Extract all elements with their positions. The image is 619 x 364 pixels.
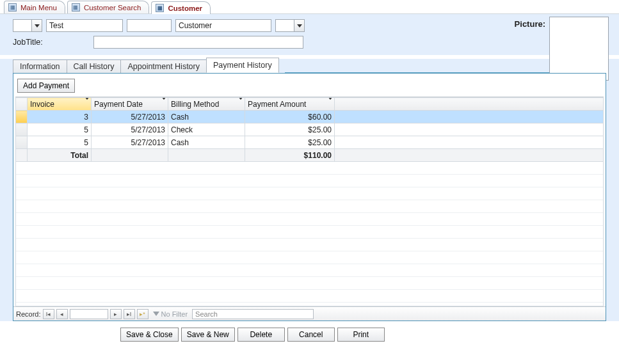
tab-appointment-history[interactable]: Appointment History [120,59,207,73]
search-input[interactable]: Search [192,309,314,319]
tab-label: Call History [74,62,115,71]
table-row[interactable]: 5 5/27/2013 Check $25.00 [16,123,604,136]
last-name-value: Customer [179,21,212,30]
tab-information[interactable]: Information [13,59,67,73]
picture-label: Picture: [515,19,545,29]
nav-next-button[interactable]: ▸ [110,309,122,319]
last-name-field[interactable]: Customer [175,19,271,32]
col-billing-method[interactable]: Billing Method [168,98,245,111]
col-blank [335,98,604,111]
funnel-icon [153,312,159,316]
doc-tab-customer-search[interactable]: ▦ Customer Search [67,1,149,13]
tab-label: Payment History [213,61,272,70]
chevron-down-icon [297,24,302,28]
cancel-button[interactable]: Cancel [287,328,335,342]
row-selector [16,149,28,162]
record-number-box[interactable] [70,309,108,319]
row-selector[interactable] [16,123,28,136]
table-row[interactable]: 5 5/27/2013 Cash $25.00 [16,136,604,149]
save-new-button[interactable]: Save & New [181,328,235,342]
form-action-bar: Save & Close Save & New Delete Cancel Pr… [0,321,619,342]
total-amount: $110.00 [245,149,335,162]
tab-call-history[interactable]: Call History [67,59,122,73]
search-placeholder: Search [195,310,218,318]
payments-datasheet: Invoice Payment Date Billing Method [15,97,604,306]
nav-prev-button[interactable]: ◂ [56,309,68,319]
col-label: Billing Method [171,100,219,109]
record-navigator: Record: I◂ ◂ ▸ ▸I ▸* No Filter Search [13,306,606,320]
col-label: Payment Date [94,100,143,109]
header-row: Invoice Payment Date Billing Method [16,98,604,111]
first-name-value: Test [49,21,63,30]
jobtitle-field[interactable] [93,36,303,49]
print-button[interactable]: Print [337,328,385,342]
cell-amount[interactable]: $60.00 [245,111,335,123]
filter-indicator[interactable]: No Filter [150,310,191,318]
title-combo[interactable] [13,19,42,32]
cell-blank [335,111,604,123]
subtab-strip: Information Call History Appointment His… [13,59,606,73]
nav-last-button[interactable]: ▸I [124,309,135,319]
doc-tab-customer[interactable]: ▦ Customer [151,1,211,14]
cell-blank [92,149,168,162]
nav-new-button[interactable]: ▸* [137,309,149,319]
suffix-combo[interactable] [275,19,305,32]
column-dropdown-icon[interactable] [238,100,243,109]
dropdown-button[interactable] [31,20,42,31]
col-label: Payment Amount [248,100,306,109]
form-icon: ▦ [156,4,164,12]
cell-blank [168,149,245,162]
row-selector[interactable] [16,111,28,123]
cell-amount[interactable]: $25.00 [245,136,335,149]
cell-date[interactable]: 5/27/2013 [92,136,168,149]
tab-payment-history[interactable]: Payment History [206,58,279,73]
dropdown-button[interactable] [294,20,304,31]
save-close-button[interactable]: Save & Close [120,328,179,342]
column-dropdown-icon[interactable] [84,100,90,109]
column-dropdown-icon[interactable] [328,100,333,109]
jobtitle-label: JobTitle: [13,38,90,47]
cell-blank [335,123,604,136]
picture-placeholder[interactable] [549,17,609,81]
col-payment-amount[interactable]: Payment Amount [245,98,335,111]
cell-amount[interactable]: $25.00 [245,123,335,136]
total-row: Total $110.00 [16,149,604,162]
doc-tab-label: Customer [168,4,202,12]
tab-label: Appointment History [127,62,200,71]
document-tab-strip: ▦ Main Menu ▦ Customer Search ▦ Customer [0,0,619,14]
empty-grid-area [15,162,604,306]
cell-blank [335,149,604,162]
cell-invoice[interactable]: 5 [28,136,92,149]
doc-tab-main-menu[interactable]: ▦ Main Menu [4,1,65,13]
chevron-down-icon [35,24,40,28]
cell-date[interactable]: 5/27/2013 [92,111,168,123]
payment-history-panel: Add Payment [13,73,606,321]
cell-date[interactable]: 5/27/2013 [92,123,168,136]
cell-method[interactable]: Cash [168,111,245,123]
first-name-field[interactable]: Test [46,19,123,32]
doc-tab-label: Main Menu [20,4,57,12]
total-label: Total [28,149,92,162]
cell-invoice[interactable]: 3 [28,111,92,123]
select-all-corner[interactable] [16,98,28,111]
form-icon: ▦ [72,3,80,12]
doc-tab-label: Customer Search [84,4,141,12]
delete-button[interactable]: Delete [237,328,285,342]
table-row[interactable]: 3 5/27/2013 Cash $60.00 [16,111,604,123]
cell-method[interactable]: Check [168,123,245,136]
cell-invoice[interactable]: 5 [28,123,92,136]
tab-label: Information [20,62,60,71]
col-label: Invoice [30,100,54,109]
col-invoice[interactable]: Invoice [28,98,92,111]
col-payment-date[interactable]: Payment Date [92,98,168,111]
filter-label: No Filter [161,310,188,318]
middle-name-field[interactable] [127,19,172,32]
column-dropdown-icon[interactable] [161,100,166,109]
nav-first-button[interactable]: I◂ [43,309,54,319]
cell-method[interactable]: Cash [168,136,245,149]
record-label: Record: [16,310,41,318]
row-selector[interactable] [16,136,28,149]
add-payment-button[interactable]: Add Payment [17,79,75,93]
cell-blank [335,136,604,149]
form-icon: ▦ [8,3,17,12]
